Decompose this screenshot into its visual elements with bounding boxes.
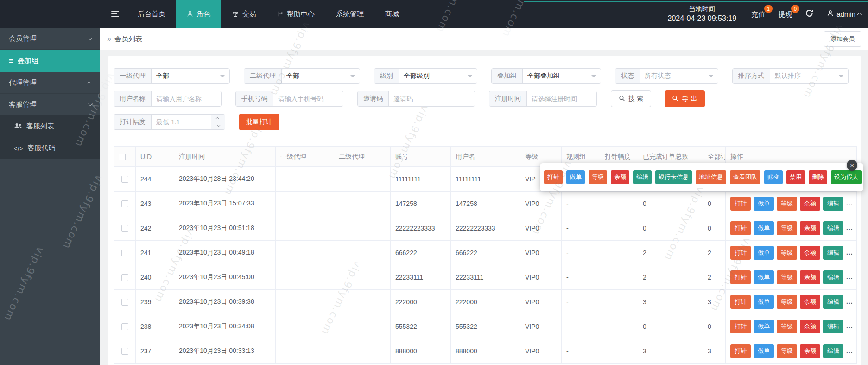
row-action-做单[interactable]: 做单 bbox=[754, 270, 774, 284]
sidebar-item-会员管理[interactable]: 会员管理 bbox=[0, 28, 100, 50]
row-action-等级[interactable]: 等级 bbox=[777, 246, 797, 260]
row-more-button[interactable]: ... bbox=[846, 298, 853, 305]
popup-action-等级[interactable]: 等级 bbox=[589, 170, 607, 184]
row-checkbox[interactable] bbox=[121, 323, 128, 330]
popup-action-设为假人[interactable]: 设为假人 bbox=[831, 170, 862, 184]
stepper-up-icon[interactable] bbox=[211, 115, 225, 122]
filter-select-value-叠加组[interactable]: 全部叠加组 bbox=[523, 69, 601, 83]
popup-action-银行卡信息[interactable]: 银行卡信息 bbox=[655, 170, 692, 184]
cell-account: 22233111 bbox=[391, 265, 451, 290]
row-checkbox[interactable] bbox=[121, 348, 128, 355]
row-checkbox[interactable] bbox=[121, 225, 128, 232]
row-action-余额[interactable]: 余额 bbox=[800, 246, 820, 260]
filter-label: 排序方式 bbox=[733, 69, 770, 83]
row-more-button[interactable]: ... bbox=[846, 199, 853, 207]
row-action-编辑[interactable]: 编辑 bbox=[823, 344, 843, 358]
row-action-余额[interactable]: 余额 bbox=[800, 320, 820, 333]
filter-input-field-注册时间[interactable] bbox=[527, 91, 596, 106]
row-action-编辑[interactable]: 编辑 bbox=[823, 270, 843, 284]
row-action-打针[interactable]: 打针 bbox=[730, 270, 751, 284]
nav-item-后台首页[interactable]: 后台首页 bbox=[127, 0, 176, 28]
sidebar-item-客服管理[interactable]: 客服管理 bbox=[0, 94, 100, 115]
search-button[interactable]: 搜 索 bbox=[611, 90, 651, 107]
filter-input-field-邀请码[interactable] bbox=[389, 91, 475, 106]
user-menu[interactable]: admin bbox=[827, 10, 862, 18]
select-all-checkbox[interactable] bbox=[119, 154, 126, 160]
row-action-编辑[interactable]: 编辑 bbox=[823, 295, 843, 309]
row-checkbox[interactable] bbox=[121, 200, 128, 207]
row-checkbox[interactable] bbox=[121, 176, 128, 183]
row-action-编辑[interactable]: 编辑 bbox=[823, 246, 843, 260]
row-more-button[interactable]: ... bbox=[846, 273, 853, 281]
sidebar-toggle-button[interactable] bbox=[103, 0, 127, 28]
row-action-余额[interactable]: 余额 bbox=[800, 270, 820, 284]
batch-inject-button[interactable]: 批量打针 bbox=[239, 114, 279, 130]
nav-item-交易[interactable]: 交易 bbox=[221, 0, 267, 28]
row-checkbox[interactable] bbox=[121, 274, 128, 281]
row-action-等级[interactable]: 等级 bbox=[777, 270, 797, 284]
row-checkbox[interactable] bbox=[121, 250, 128, 256]
popup-action-余额[interactable]: 余额 bbox=[611, 170, 629, 184]
stepper-down-icon[interactable] bbox=[211, 122, 225, 130]
row-action-余额[interactable]: 余额 bbox=[800, 197, 820, 211]
filter-select-value-排序方式[interactable]: 默认排序 bbox=[770, 69, 848, 83]
row-checkbox[interactable] bbox=[121, 299, 128, 306]
row-action-编辑[interactable]: 编辑 bbox=[823, 221, 843, 235]
row-action-打针[interactable]: 打针 bbox=[730, 295, 751, 309]
row-action-打针[interactable]: 打针 bbox=[730, 197, 751, 211]
nav-item-帮助中心[interactable]: 帮助中心 bbox=[267, 0, 325, 28]
recharge-button[interactable]: 充值 1 bbox=[751, 9, 765, 19]
row-more-button[interactable]: ... bbox=[846, 249, 853, 256]
sidebar-item-代理管理[interactable]: 代理管理 bbox=[0, 72, 100, 94]
row-action-余额[interactable]: 余额 bbox=[800, 221, 820, 235]
inject-range-input[interactable] bbox=[152, 115, 211, 129]
row-action-做单[interactable]: 做单 bbox=[754, 197, 774, 211]
filter-input-field-手机号码[interactable] bbox=[273, 91, 343, 106]
row-action-等级[interactable]: 等级 bbox=[777, 320, 797, 333]
row-action-余额[interactable]: 余额 bbox=[800, 344, 820, 358]
row-action-做单[interactable]: 做单 bbox=[754, 344, 774, 358]
row-action-做单[interactable]: 做单 bbox=[754, 246, 774, 260]
row-action-打针[interactable]: 打针 bbox=[730, 221, 751, 235]
popup-action-删除[interactable]: 删除 bbox=[809, 170, 827, 184]
row-action-编辑[interactable]: 编辑 bbox=[823, 197, 843, 211]
row-action-余额[interactable]: 余额 bbox=[800, 295, 820, 309]
nav-item-商城[interactable]: 商城 bbox=[374, 0, 410, 28]
sidebar-item-叠加组[interactable]: ≡叠加组 bbox=[0, 50, 100, 72]
filter-select-value-级别[interactable]: 全部级别 bbox=[399, 69, 477, 83]
filter-select-value-二级代理[interactable]: 全部 bbox=[282, 69, 360, 83]
filter-select-value-状态[interactable]: 所有状态 bbox=[640, 69, 718, 83]
row-action-编辑[interactable]: 编辑 bbox=[823, 320, 843, 333]
row-action-等级[interactable]: 等级 bbox=[777, 197, 797, 211]
row-action-做单[interactable]: 做单 bbox=[754, 221, 774, 235]
row-action-等级[interactable]: 等级 bbox=[777, 344, 797, 358]
popup-close-button[interactable]: × bbox=[847, 160, 857, 171]
popup-action-做单[interactable]: 做单 bbox=[566, 170, 585, 184]
filter-select-value-一级代理[interactable]: 全部 bbox=[152, 69, 229, 83]
add-member-button[interactable]: 添加会员 bbox=[824, 31, 861, 47]
sidebar-item-客服列表[interactable]: 客服列表 bbox=[0, 115, 100, 137]
row-action-打针[interactable]: 打针 bbox=[730, 320, 751, 333]
popup-action-打针[interactable]: 打针 bbox=[544, 170, 563, 184]
popup-action-地址信息[interactable]: 地址信息 bbox=[696, 170, 726, 184]
row-more-button[interactable]: ... bbox=[846, 322, 853, 330]
nav-item-系统管理[interactable]: 系统管理 bbox=[325, 0, 374, 28]
refresh-button[interactable] bbox=[805, 9, 814, 19]
row-more-button[interactable]: ... bbox=[846, 347, 853, 354]
nav-item-角色[interactable]: 角色 bbox=[176, 0, 221, 28]
row-action-做单[interactable]: 做单 bbox=[754, 320, 774, 333]
row-action-等级[interactable]: 等级 bbox=[777, 221, 797, 235]
row-action-等级[interactable]: 等级 bbox=[777, 295, 797, 309]
filter-input-field-用户名称[interactable] bbox=[152, 91, 221, 106]
row-more-button[interactable]: ... bbox=[846, 224, 853, 231]
popup-action-查看团队[interactable]: 查看团队 bbox=[730, 170, 760, 184]
popup-action-编辑[interactable]: 编辑 bbox=[633, 170, 652, 184]
popup-action-账变[interactable]: 账变 bbox=[764, 170, 783, 184]
row-action-打针[interactable]: 打针 bbox=[730, 246, 751, 260]
withdraw-button[interactable]: 提现 0 bbox=[778, 9, 792, 19]
export-button[interactable]: 导 出 bbox=[665, 90, 705, 107]
row-action-打针[interactable]: 打针 bbox=[730, 344, 751, 358]
row-action-做单[interactable]: 做单 bbox=[754, 295, 774, 309]
sidebar-item-客服代码[interactable]: </>客服代码 bbox=[0, 137, 100, 159]
popup-action-禁用[interactable]: 禁用 bbox=[786, 170, 805, 184]
